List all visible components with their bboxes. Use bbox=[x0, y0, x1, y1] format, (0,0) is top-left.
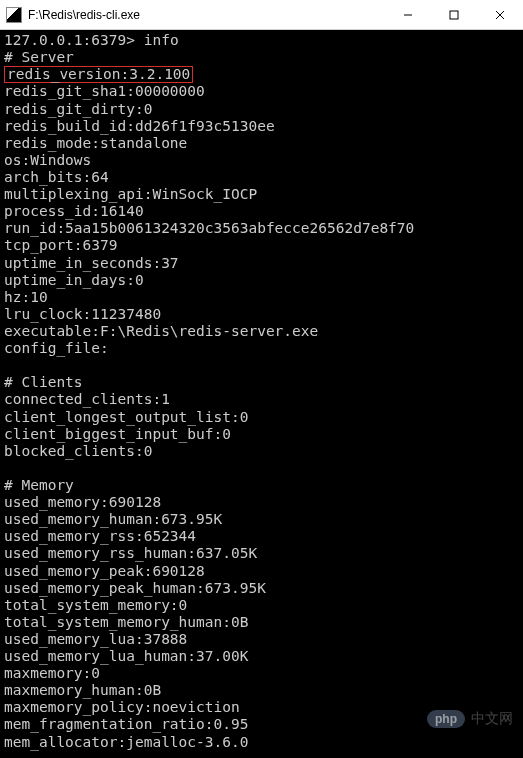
window-titlebar: F:\Redis\redis-cli.exe bbox=[0, 0, 523, 30]
server-line: uptime_in_days:0 bbox=[4, 272, 144, 288]
memory-line: total_system_memory:0 bbox=[4, 597, 187, 613]
app-icon bbox=[6, 7, 22, 23]
server-line: lru_clock:11237480 bbox=[4, 306, 161, 322]
clients-line: blocked_clients:0 bbox=[4, 443, 152, 459]
memory-line: used_memory_lua:37888 bbox=[4, 631, 187, 647]
server-line: redis_git_dirty:0 bbox=[4, 101, 152, 117]
terminal-output[interactable]: 127.0.0.1:6379> info # Server redis_vers… bbox=[0, 30, 523, 758]
memory-line: maxmemory:0 bbox=[4, 665, 100, 681]
command-text: info bbox=[144, 32, 179, 48]
clients-line: client_biggest_input_buf:0 bbox=[4, 426, 231, 442]
svg-rect-1 bbox=[450, 11, 458, 19]
server-line: redis_mode:standalone bbox=[4, 135, 187, 151]
window-controls bbox=[385, 0, 523, 29]
memory-line: mem_allocator:jemalloc-3.6.0 bbox=[4, 734, 248, 750]
memory-line: used_memory_rss_human:637.05K bbox=[4, 545, 257, 561]
server-line: multiplexing_api:WinSock_IOCP bbox=[4, 186, 257, 202]
memory-line: used_memory_lua_human:37.00K bbox=[4, 648, 248, 664]
minimize-button[interactable] bbox=[385, 0, 431, 29]
server-line: redis_git_sha1:00000000 bbox=[4, 83, 205, 99]
memory-line: maxmemory_human:0B bbox=[4, 682, 161, 698]
server-line: run_id:5aa15b0061324320c3563abfecce26562… bbox=[4, 220, 414, 236]
close-icon bbox=[495, 10, 505, 20]
server-line: os:Windows bbox=[4, 152, 91, 168]
section-server-heading: # Server bbox=[4, 49, 74, 65]
memory-line: mem_fragmentation_ratio:0.95 bbox=[4, 716, 248, 732]
watermark: php 中文网 bbox=[427, 710, 513, 728]
minimize-icon bbox=[403, 10, 413, 20]
section-memory-heading: # Memory bbox=[4, 477, 74, 493]
memory-line: used_memory_human:673.95K bbox=[4, 511, 222, 527]
clients-line: connected_clients:1 bbox=[4, 391, 170, 407]
server-line: tcp_port:6379 bbox=[4, 237, 118, 253]
prompt-host: 127.0.0.1:6379> bbox=[4, 32, 135, 48]
server-line: arch_bits:64 bbox=[4, 169, 109, 185]
watermark-badge: php bbox=[427, 710, 465, 728]
server-line: hz:10 bbox=[4, 289, 48, 305]
close-button[interactable] bbox=[477, 0, 523, 29]
server-line: config_file: bbox=[4, 340, 109, 356]
memory-line: total_system_memory_human:0B bbox=[4, 614, 248, 630]
server-line: uptime_in_seconds:37 bbox=[4, 255, 179, 271]
memory-line: used_memory_peak:690128 bbox=[4, 563, 205, 579]
memory-line: used_memory_peak_human:673.95K bbox=[4, 580, 266, 596]
watermark-text: 中文网 bbox=[471, 710, 513, 728]
redis-version-line: redis_version:3.2.100 bbox=[4, 66, 193, 83]
section-clients-heading: # Clients bbox=[4, 374, 83, 390]
clients-line: client_longest_output_list:0 bbox=[4, 409, 248, 425]
memory-line: used_memory_rss:652344 bbox=[4, 528, 196, 544]
server-line: executable:F:\Redis\redis-server.exe bbox=[4, 323, 318, 339]
maximize-button[interactable] bbox=[431, 0, 477, 29]
window-title: F:\Redis\redis-cli.exe bbox=[28, 8, 385, 22]
memory-line: maxmemory_policy:noeviction bbox=[4, 699, 240, 715]
server-line: redis_build_id:dd26f1f93c5130ee bbox=[4, 118, 275, 134]
maximize-icon bbox=[449, 10, 459, 20]
memory-line: used_memory:690128 bbox=[4, 494, 161, 510]
server-line: process_id:16140 bbox=[4, 203, 144, 219]
